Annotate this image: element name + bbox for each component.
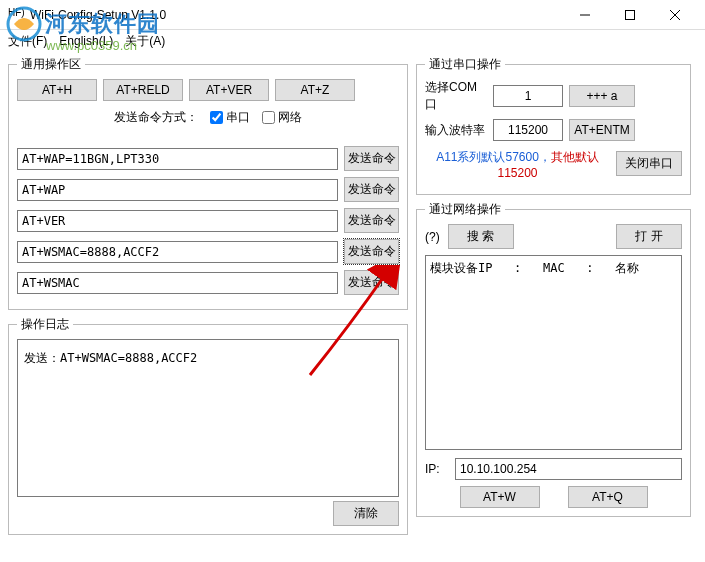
ip-input[interactable] xyxy=(455,458,682,480)
send-cmd-button-5[interactable]: 发送命令 xyxy=(344,270,399,295)
svg-rect-1 xyxy=(625,10,634,19)
window-title: WiFi-Config-Setup V1.1.0 xyxy=(30,8,562,22)
send-way-label: 发送命令方式： xyxy=(114,109,198,126)
cmd-input-4[interactable] xyxy=(17,241,338,263)
at-ver-button[interactable]: AT+VER xyxy=(189,79,269,101)
com-label: 选择COM口 xyxy=(425,79,487,113)
app-icon: HF) xyxy=(8,7,24,23)
at-reld-button[interactable]: AT+RELD xyxy=(103,79,183,101)
cmd-input-3[interactable] xyxy=(17,210,338,232)
search-button[interactable]: 搜 索 xyxy=(448,224,514,249)
close-serial-button[interactable]: 关闭串口 xyxy=(616,151,682,176)
menu-about[interactable]: 关于(A) xyxy=(125,33,165,50)
general-ops-group: 通用操作区 AT+H AT+RELD AT+VER AT+Z 发送命令方式： 串… xyxy=(8,56,408,310)
send-cmd-button-3[interactable]: 发送命令 xyxy=(344,208,399,233)
network-checkbox[interactable] xyxy=(262,111,275,124)
at-entm-button[interactable]: AT+ENTM xyxy=(569,119,635,141)
help-icon[interactable]: (?) xyxy=(425,230,440,244)
ip-label: IP: xyxy=(425,462,449,476)
menu-file[interactable]: 文件(F) xyxy=(8,33,47,50)
at-q-button[interactable]: AT+Q xyxy=(568,486,648,508)
at-h-button[interactable]: AT+H xyxy=(17,79,97,101)
log-group: 操作日志 发送：AT+WSMAC=8888,ACCF2 清除 xyxy=(8,316,408,535)
plus-a-button[interactable]: +++ a xyxy=(569,85,635,107)
minimize-button[interactable] xyxy=(562,1,607,29)
baud-input[interactable] xyxy=(493,119,563,141)
serial-note: A11系列默认57600，其他默认115200 xyxy=(425,149,610,180)
serial-ops-title: 通过串口操作 xyxy=(425,56,505,73)
maximize-button[interactable] xyxy=(607,1,652,29)
network-ops-group: 通过网络操作 (?) 搜 索 打 开 模块设备IP : MAC : 名称 IP:… xyxy=(416,201,691,517)
com-input[interactable] xyxy=(493,85,563,107)
log-textarea[interactable]: 发送：AT+WSMAC=8888,ACCF2 xyxy=(17,339,399,497)
cmd-input-5[interactable] xyxy=(17,272,338,294)
at-w-button[interactable]: AT+W xyxy=(460,486,540,508)
close-button[interactable] xyxy=(652,1,697,29)
device-list[interactable]: 模块设备IP : MAC : 名称 xyxy=(425,255,682,450)
cmd-input-2[interactable] xyxy=(17,179,338,201)
clear-log-button[interactable]: 清除 xyxy=(333,501,399,526)
baud-label: 输入波特率 xyxy=(425,122,487,139)
serial-checkbox[interactable] xyxy=(210,111,223,124)
menu-language[interactable]: English(L) xyxy=(59,34,113,48)
log-title: 操作日志 xyxy=(17,316,73,333)
serial-ops-group: 通过串口操作 选择COM口 +++ a 输入波特率 AT+ENTM A11系列默… xyxy=(416,56,691,195)
send-cmd-button-2[interactable]: 发送命令 xyxy=(344,177,399,202)
open-button[interactable]: 打 开 xyxy=(616,224,682,249)
send-cmd-button-1[interactable]: 发送命令 xyxy=(344,146,399,171)
general-ops-title: 通用操作区 xyxy=(17,56,85,73)
cmd-input-1[interactable] xyxy=(17,148,338,170)
at-z-button[interactable]: AT+Z xyxy=(275,79,355,101)
send-cmd-button-4[interactable]: 发送命令 xyxy=(344,239,399,264)
network-ops-title: 通过网络操作 xyxy=(425,201,505,218)
